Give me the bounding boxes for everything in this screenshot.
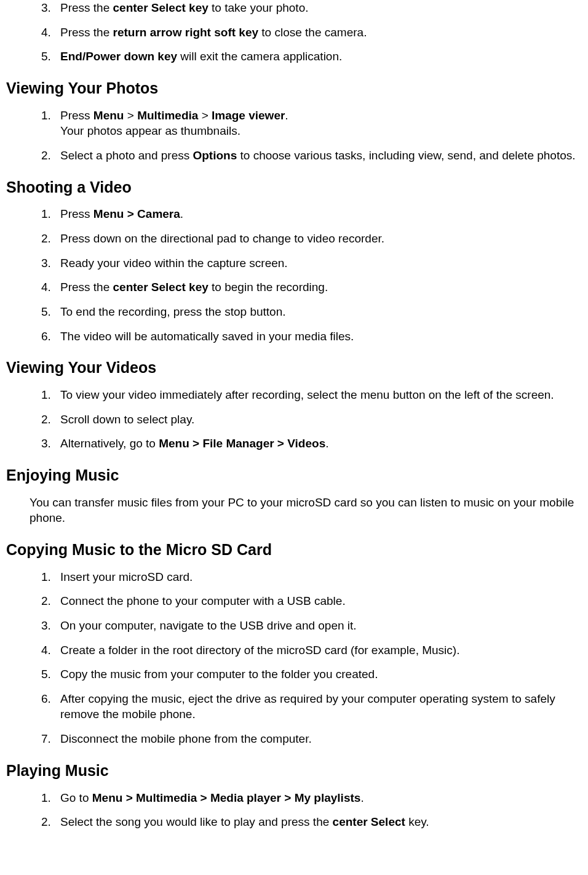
list-item: After copying the music, eject the drive…: [54, 691, 582, 722]
viewing-photos-list: Press Menu > Multimedia > Image viewer.Y…: [6, 108, 582, 164]
list-item: Copy the music from your computer to the…: [54, 666, 582, 682]
list-item: Press down on the directional pad to cha…: [54, 231, 582, 247]
list-item: Press the return arrow right soft key to…: [54, 25, 582, 41]
playing-music-list: Go to Menu > Multimedia > Media player >…: [6, 790, 582, 830]
list-item: Scroll down to select play.: [54, 412, 582, 428]
list-item: Disconnect the mobile phone from the com…: [54, 731, 582, 747]
heading-viewing-photos: Viewing Your Photos: [6, 78, 582, 99]
list-item: Select a photo and press Options to choo…: [54, 148, 582, 164]
list-item: Connect the phone to your computer with …: [54, 593, 582, 609]
heading-enjoying-music: Enjoying Music: [6, 465, 582, 486]
shooting-video-list: Press Menu > Camera.Press down on the di…: [6, 206, 582, 344]
heading-playing-music: Playing Music: [6, 761, 582, 781]
heading-copying-music: Copying Music to the Micro SD Card: [6, 540, 582, 561]
list-item: End/Power down key will exit the camera …: [54, 49, 582, 65]
list-item: To end the recording, press the stop but…: [54, 304, 582, 320]
enjoying-music-para: You can transfer music files from your P…: [30, 495, 582, 526]
heading-viewing-videos: Viewing Your Videos: [6, 358, 582, 378]
list-item: Press Menu > Camera.: [54, 206, 582, 222]
list-item: Select the song you would like to play a…: [54, 814, 582, 830]
heading-shooting-video: Shooting a Video: [6, 177, 582, 198]
list-item: Press the center Select key to take your…: [54, 0, 582, 16]
list-item: Press Menu > Multimedia > Image viewer.Y…: [54, 108, 582, 139]
list-item: Ready your video within the capture scre…: [54, 255, 582, 271]
list-item: Insert your microSD card.: [54, 569, 582, 585]
list-item: Create a folder in the root directory of…: [54, 642, 582, 658]
viewing-videos-list: To view your video immediately after rec…: [6, 387, 582, 452]
list-item: Go to Menu > Multimedia > Media player >…: [54, 790, 582, 806]
list-item: Press the center Select key to begin the…: [54, 279, 582, 295]
list-item: On your computer, navigate to the USB dr…: [54, 618, 582, 634]
list-item: Alternatively, go to Menu > File Manager…: [54, 436, 582, 452]
list-item: To view your video immediately after rec…: [54, 387, 582, 403]
intro-continued-list: Press the center Select key to take your…: [6, 0, 582, 65]
copying-music-list: Insert your microSD card.Connect the pho…: [6, 569, 582, 747]
list-item: The video will be automatically saved in…: [54, 329, 582, 345]
